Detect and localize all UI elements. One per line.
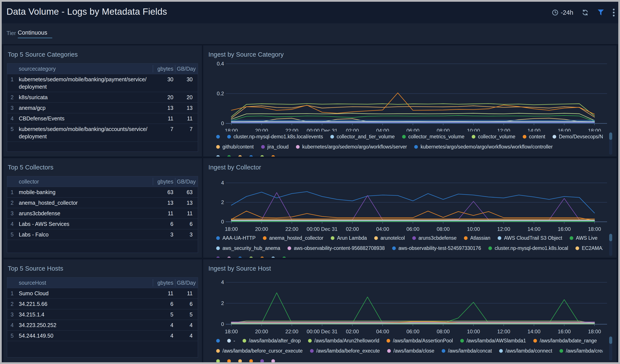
column-header-name[interactable]: collector [17, 176, 153, 187]
legend-item[interactable]: /aws/lambda/Arun2helloworld [308, 338, 379, 344]
table-row[interactable]: 334.215.1.455 [7, 309, 198, 320]
legend-item[interactable]: content [523, 134, 545, 140]
legend-item[interactable]: Arun Lambda [331, 235, 367, 241]
legend-item[interactable] [238, 257, 242, 258]
legend-item[interactable]: kubernetes/argo/sedemo/argo/workflows/se… [296, 144, 407, 150]
legend-item[interactable]: github/content [216, 144, 254, 150]
kebab-menu-button[interactable] [613, 8, 615, 17]
legend-item[interactable]: Demo/Devsecops/Nginx [553, 134, 603, 140]
legend-item[interactable] [260, 359, 264, 362]
legend-item[interactable] [271, 257, 275, 258]
legend-item[interactable] [216, 135, 220, 138]
legend-item[interactable]: jira_cloud [261, 144, 289, 150]
table-row[interactable]: 5Labs - Falco33 [7, 229, 198, 240]
legend-item[interactable]: AWS CloudTrail S3 Object [498, 235, 562, 241]
legend-item[interactable] [216, 359, 220, 362]
legend-scrollbar[interactable] [609, 336, 612, 361]
table-row[interactable]: 4Labs - AWS Services66 [7, 219, 198, 229]
chart-plot-collector[interactable]: 02418:0020:0022:0000:00 Dec 3102:0004:00… [203, 166, 617, 233]
column-header-name[interactable]: sourceHost [17, 277, 153, 288]
legend-item[interactable]: collector_volume [472, 134, 515, 140]
legend-item[interactable]: cluster.np-mysql-demo1.k8s.local/events [227, 134, 323, 140]
column-header-gbytes[interactable]: gbytes [153, 277, 175, 288]
column-header-gbday[interactable]: GB/Day [175, 176, 196, 187]
legend-item[interactable]: aws_security_hub_anema [216, 245, 280, 251]
legend-item[interactable] [216, 257, 220, 258]
table-row[interactable]: 5kubernetes/sedemo/mobile/banking/accoun… [7, 124, 198, 142]
legend-item[interactable] [249, 257, 253, 258]
series-line[interactable] [231, 293, 594, 324]
time-range-button[interactable]: -24h [552, 9, 573, 16]
table-row[interactable]: 2k8s/suricata2020 [7, 92, 198, 103]
table-row[interactable]: 554.244.149.5044 [7, 331, 198, 341]
legend-item[interactable] [216, 155, 220, 156]
legend-item[interactable]: collector_metrics_volume [402, 134, 464, 140]
legend-item[interactable]: arunotelcol [374, 235, 405, 241]
table-row[interactable]: 4CBDefense/Events1111 [7, 113, 198, 124]
legend-item[interactable] [238, 359, 242, 362]
filter-button[interactable] [597, 9, 604, 16]
legend-item[interactable] [271, 359, 275, 362]
legend-item[interactable]: collector_and_tier_volume [330, 134, 395, 140]
legend-item[interactable]: /aws/lambda/AWSlambda1 [460, 338, 526, 344]
column-header-gbytes[interactable]: gbytes [153, 63, 175, 74]
legend-item[interactable]: /aws/lambda/connect [499, 348, 552, 354]
legend-item[interactable]: EC2AMAZ-UIF5MB6 [575, 245, 603, 251]
legend-item[interactable]: aws-observability-test-524597330176 [392, 245, 481, 251]
legend-item[interactable] [282, 257, 286, 258]
legend-item[interactable]: - [227, 338, 235, 344]
legend-item[interactable] [249, 359, 253, 362]
table-row[interactable]: 3anema/gcp1313 [7, 103, 198, 113]
legend-item[interactable]: aruns3cbdefense [412, 235, 457, 241]
legend-item[interactable]: /aws/lambda/create_engine [559, 348, 603, 354]
refresh-button[interactable] [582, 9, 589, 16]
series-line[interactable] [231, 193, 594, 221]
column-header-name[interactable]: sourcecategory [17, 63, 153, 74]
legend-item[interactable] [260, 257, 264, 258]
legend-scrollbar-thumb[interactable] [609, 133, 612, 140]
legend-item[interactable] [249, 155, 253, 156]
legend-item[interactable] [271, 155, 275, 156]
tier-filter-value[interactable]: Continuous [18, 30, 47, 36]
legend-item[interactable]: aws-observability-content-956882708938 [288, 245, 385, 251]
legend-label: /aws/lambda/Arun2helloworld [314, 338, 379, 344]
legend-item[interactable]: anema_hosted_collector [263, 235, 323, 241]
series-line[interactable] [231, 211, 594, 221]
table-row[interactable]: 1mobile-banking6363 [7, 187, 198, 197]
chart-plot-source-host[interactable]: 02418:0020:0022:0000:00 Dec 3102:0004:00… [203, 268, 617, 336]
legend-item[interactable] [216, 339, 220, 343]
legend-dot-icon [414, 145, 418, 149]
legend-item[interactable]: AAA-UA-HTTP [216, 235, 256, 241]
chart-plot-source-category[interactable]: 00.20.418:0020:0022:0000:00 Dec 3102:000… [203, 56, 617, 131]
legend-item[interactable] [238, 155, 242, 156]
legend-item[interactable]: /aws/lambda/before_cursor_execute [216, 348, 303, 354]
column-header-gbday[interactable]: GB/Day [175, 63, 196, 74]
legend-item[interactable]: cluster.np-mysql-demo1.k8s.local [488, 245, 568, 251]
legend-item[interactable]: /aws/lambda/close [387, 348, 434, 354]
table-row[interactable]: 434.223.250.25244 [7, 320, 198, 331]
table-row[interactable]: 2anema_hosted_collector1313 [7, 197, 198, 208]
table-row[interactable]: 1Sumo Cloud1111 [7, 288, 198, 299]
legend-scrollbar[interactable] [609, 233, 612, 256]
legend-scrollbar-thumb[interactable] [609, 234, 612, 241]
column-header-gbday[interactable]: GB/Day [175, 277, 196, 288]
legend-item[interactable] [227, 155, 231, 156]
legend-item[interactable]: /aws/lambda/bdate_range [533, 338, 597, 344]
legend-item[interactable] [227, 257, 231, 258]
legend-scrollbar-thumb[interactable] [609, 336, 612, 344]
legend-scrollbar[interactable] [609, 132, 612, 155]
legend-item[interactable]: AWS Live [570, 235, 598, 241]
legend-item[interactable]: /aws/lambda/AssertionPool [387, 338, 453, 344]
series-line[interactable] [231, 93, 594, 114]
table-row[interactable]: 3aruns3cbdefense1111 [7, 208, 198, 219]
legend-item[interactable] [260, 155, 264, 156]
legend-item[interactable]: /aws/lambda/after_drop [243, 338, 301, 344]
column-header-gbytes[interactable]: gbytes [153, 176, 175, 187]
table-row[interactable]: 1kubernetes/sedemo/mobile/banking/paymen… [7, 74, 198, 92]
legend-item[interactable]: /aws/lambda/before_execute [310, 348, 380, 354]
legend-item[interactable]: kubernetes/argo/sedemo/argo/workflows/wo… [414, 144, 553, 150]
table-row[interactable]: 234.221.5.6666 [7, 299, 198, 309]
legend-item[interactable]: /aws/lambda/concat [442, 348, 492, 354]
legend-item[interactable]: Atlassian [464, 235, 490, 241]
legend-item[interactable] [227, 359, 231, 362]
